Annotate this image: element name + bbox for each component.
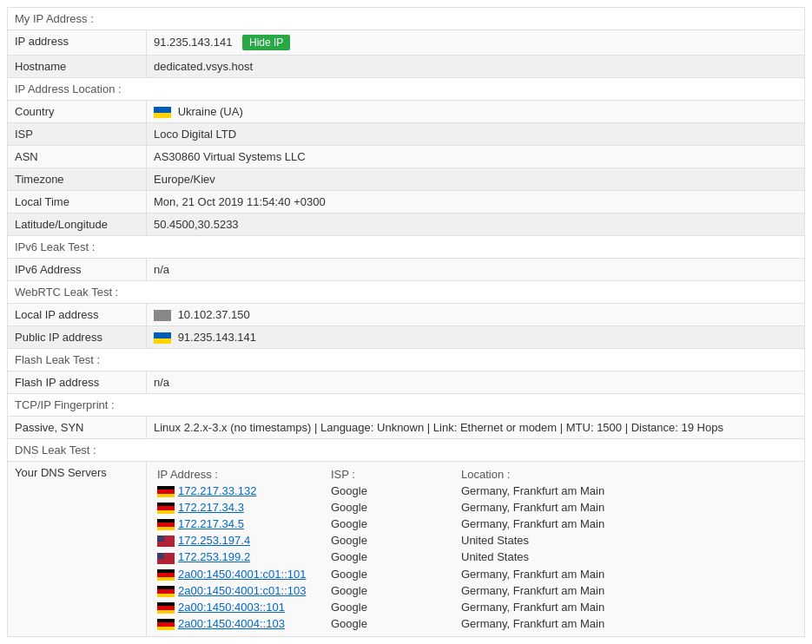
germany-flag-icon	[157, 586, 175, 597]
ip-address-label: IP address	[8, 30, 147, 56]
flash-header-row: Flash Leak Test :	[8, 349, 805, 371]
country-row: Country Ukraine (UA)	[8, 101, 805, 123]
webrtc-section-label: WebRTC Leak Test :	[8, 281, 805, 304]
ip-address-text: 91.235.143.141	[154, 36, 232, 49]
asn-row: ASN AS30860 Virtual Systems LLC	[8, 146, 805, 168]
ipv6-address-row: IPv6 Address n/a	[8, 259, 805, 281]
tcpip-section-label: TCP/IP Fingerprint :	[8, 394, 805, 417]
country-label: Country	[8, 101, 147, 123]
germany-flag-icon	[157, 486, 175, 497]
hide-ip-button[interactable]: Hide IP	[242, 35, 290, 50]
dns-server-row: 2a00:1450:4001:c01::103GoogleGermany, Fr…	[154, 582, 797, 599]
dns-servers-value: IP Address : ISP : Location : 172.217.33…	[147, 462, 805, 637]
dns-ip-link[interactable]: 2a00:1450:4003::101	[178, 601, 285, 614]
local-ip-label: Local IP address	[8, 304, 147, 326]
ip-location-header-row: IP Address Location :	[8, 78, 805, 101]
main-container: My IP Address : IP address 91.235.143.14…	[0, 0, 812, 644]
ipv6-header-row: IPv6 Leak Test :	[8, 236, 805, 259]
dns-isp-cell: Google	[327, 615, 458, 632]
flash-ip-value: n/a	[147, 371, 805, 394]
dns-isp-cell: Google	[327, 516, 458, 532]
dns-ip-link[interactable]: 2a00:1450:4001:c01::101	[178, 568, 306, 581]
dns-server-row: 2a00:1450:4001:c01::101GoogleGermany, Fr…	[154, 566, 797, 582]
germany-flag-icon	[157, 619, 175, 630]
gray-flag-icon	[154, 310, 171, 321]
dns-ip-cell: 2a00:1450:4003::101	[154, 599, 327, 615]
dns-ip-cell: 2a00:1450:4004::103	[154, 615, 327, 632]
public-ip-value: 91.235.143.141	[147, 326, 805, 349]
dns-ip-cell: 2a00:1450:4001:c01::101	[154, 566, 327, 582]
latlon-row: Latitude/Longitude 50.4500,30.5233	[8, 214, 805, 236]
ipv6-section-label: IPv6 Leak Test :	[8, 236, 805, 259]
public-ip-label: Public IP address	[8, 326, 147, 349]
asn-label: ASN	[8, 146, 147, 168]
dns-isp-cell: Google	[327, 499, 458, 516]
webrtc-header-row: WebRTC Leak Test :	[8, 281, 805, 304]
asn-value: AS30860 Virtual Systems LLC	[147, 146, 805, 168]
dns-isp-cell: Google	[327, 483, 458, 499]
hostname-label: Hostname	[8, 56, 147, 78]
germany-flag-icon	[157, 519, 175, 530]
dns-location-cell: United States	[458, 549, 797, 565]
dns-servers-label: Your DNS Servers	[8, 462, 147, 637]
dns-ip-cell: 2a00:1450:4001:c01::103	[154, 582, 327, 599]
ipv6-address-value: n/a	[147, 259, 805, 281]
my-ip-header-row: My IP Address :	[8, 8, 805, 30]
dns-ip-link[interactable]: 172.217.34.5	[178, 517, 244, 530]
local-ip-text: 10.102.37.150	[178, 308, 250, 321]
flash-ip-row: Flash IP address n/a	[8, 371, 805, 394]
dns-servers-row: Your DNS Servers IP Address : ISP : Loca…	[8, 462, 805, 637]
dns-isp-cell: Google	[327, 549, 458, 565]
isp-label: ISP	[8, 123, 147, 146]
dns-col-isp: ISP :	[327, 466, 458, 483]
usa-flag-icon	[157, 553, 175, 564]
ukraine-flag-icon-2	[154, 332, 171, 344]
dns-location-cell: Germany, Frankfurt am Main	[458, 599, 797, 615]
germany-flag-icon	[157, 569, 175, 581]
dns-section-label: DNS Leak Test :	[8, 439, 805, 462]
flash-ip-label: Flash IP address	[8, 371, 147, 394]
dns-location-cell: Germany, Frankfurt am Main	[458, 615, 797, 632]
public-ip-row: Public IP address 91.235.143.141	[8, 326, 805, 349]
tcpip-row: Passive, SYN Linux 2.2.x-3.x (no timesta…	[8, 417, 805, 439]
dns-location-cell: Germany, Frankfurt am Main	[458, 516, 797, 532]
public-ip-text: 91.235.143.141	[178, 331, 256, 344]
dns-location-cell: Germany, Frankfurt am Main	[458, 566, 797, 582]
country-value: Ukraine (UA)	[147, 101, 805, 123]
isp-value: Loco Digital LTD	[147, 123, 805, 146]
dns-ip-cell: 172.217.33.132	[154, 483, 327, 499]
ip-location-section-label: IP Address Location :	[8, 78, 805, 101]
dns-ip-link[interactable]: 172.253.197.4	[178, 534, 250, 547]
dns-ip-link[interactable]: 2a00:1450:4004::103	[178, 617, 285, 630]
dns-server-row: 172.253.197.4GoogleUnited States	[154, 532, 797, 549]
country-text: Ukraine (UA)	[178, 105, 243, 118]
dns-isp-cell: Google	[327, 532, 458, 549]
ip-address-row: IP address 91.235.143.141 Hide IP	[8, 30, 805, 56]
dns-col-location: Location :	[458, 466, 797, 483]
dns-server-row: 2a00:1450:4003::101GoogleGermany, Frankf…	[154, 599, 797, 615]
dns-ip-cell: 172.253.199.2	[154, 549, 327, 565]
isp-row: ISP Loco Digital LTD	[8, 123, 805, 146]
ukraine-flag-icon	[154, 107, 171, 118]
dns-location-cell: Germany, Frankfurt am Main	[458, 499, 797, 516]
dns-ip-link[interactable]: 2a00:1450:4001:c01::103	[178, 584, 306, 597]
flash-section-label: Flash Leak Test :	[8, 349, 805, 371]
dns-server-row: 2a00:1450:4004::103GoogleGermany, Frankf…	[154, 615, 797, 632]
dns-ip-cell: 172.217.34.5	[154, 516, 327, 532]
germany-flag-icon	[157, 602, 175, 614]
ip-address-value: 91.235.143.141 Hide IP	[147, 30, 805, 56]
timezone-row: Timezone Europe/Kiev	[8, 168, 805, 191]
dns-server-row: 172.217.33.132GoogleGermany, Frankfurt a…	[154, 483, 797, 499]
dns-ip-link[interactable]: 172.217.33.132	[178, 484, 256, 497]
timezone-value: Europe/Kiev	[147, 168, 805, 191]
usa-flag-icon	[157, 536, 175, 547]
dns-col-ip: IP Address :	[154, 466, 327, 483]
dns-ip-link[interactable]: 172.253.199.2	[178, 550, 250, 563]
latlon-label: Latitude/Longitude	[8, 214, 147, 236]
dns-server-row: 172.217.34.5GoogleGermany, Frankfurt am …	[154, 516, 797, 532]
dns-ip-link[interactable]: 172.217.34.3	[178, 501, 244, 514]
my-ip-section-label: My IP Address :	[8, 8, 805, 30]
local-ip-value: 10.102.37.150	[147, 304, 805, 326]
dns-ip-cell: 172.253.197.4	[154, 532, 327, 549]
ipv6-address-label: IPv6 Address	[8, 259, 147, 281]
